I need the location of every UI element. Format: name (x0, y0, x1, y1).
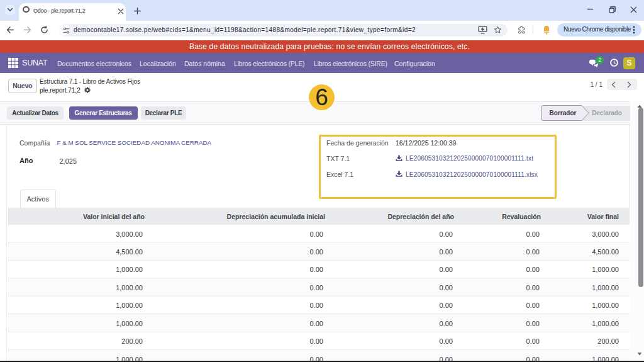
svg-text:Borrador: Borrador (550, 110, 577, 116)
